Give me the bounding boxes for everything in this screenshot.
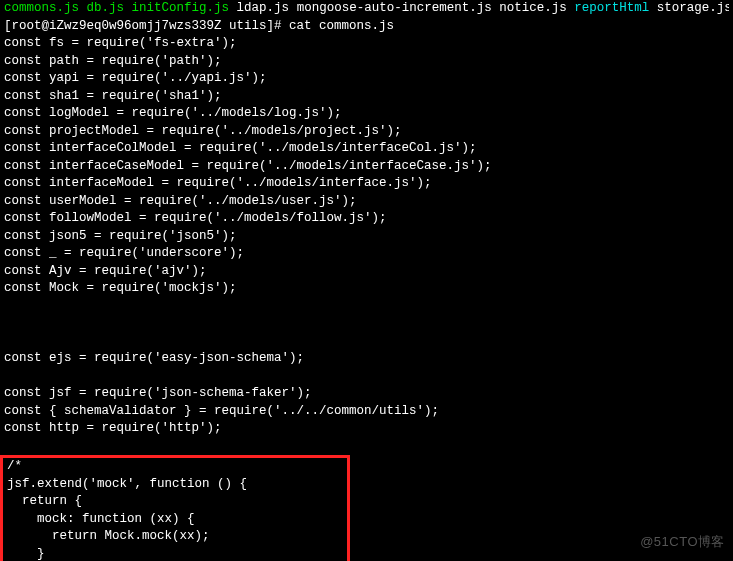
blank-line [4,368,729,386]
code-line: const ejs = require('easy-json-schema'); [4,350,729,368]
code-line: const Ajv = require('ajv'); [4,263,729,281]
blank-line [4,315,729,333]
code-line: const projectModel = require('../models/… [4,123,729,141]
code-line: const interfaceCaseModel = require('../m… [4,158,729,176]
code-line: const userModel = require('../models/use… [4,193,729,211]
highlighted-code-region: /* jsf.extend('mock', function () { retu… [0,455,350,561]
shell-prompt: [root@iZwz9eq0w96omjj7wzs339Z utils]# ca… [4,18,729,36]
file-item: mongoose-auto-increment.js [297,1,492,15]
file-item: ldap.js [237,1,290,15]
code-line: const jsf = require('json-schema-faker')… [4,385,729,403]
code-line: const path = require('path'); [4,53,729,71]
file-item: reportHtml [574,1,649,15]
watermark: @51CTO博客 [640,533,725,551]
code-line: const logModel = require('../models/log.… [4,105,729,123]
code-block[interactable]: const fs = require('fs-extra'); const pa… [4,35,729,561]
blank-line [4,298,729,316]
file-item: db.js [87,1,125,15]
code-line: const json5 = require('json5'); [4,228,729,246]
code-line: const sha1 = require('sha1'); [4,88,729,106]
code-line: return Mock.mock(xx); [7,528,343,546]
code-line: const _ = require('underscore'); [4,245,729,263]
blank-line [4,438,729,456]
file-item: commons.js [4,1,79,15]
code-line: /* [7,458,343,476]
code-line: const interfaceColModel = require('../mo… [4,140,729,158]
file-list-row: commons.js db.js initConfig.js ldap.js m… [4,0,729,18]
file-item: storage.js [657,1,729,15]
code-line: const { schemaValidator } = require('../… [4,403,729,421]
code-line: const fs = require('fs-extra'); [4,35,729,53]
code-line: const yapi = require('../yapi.js'); [4,70,729,88]
code-line: jsf.extend('mock', function () { [7,476,343,494]
blank-line [4,333,729,351]
code-line: const http = require('http'); [4,420,729,438]
code-line: mock: function (xx) { [7,511,343,529]
code-line: } [7,546,343,562]
file-item: notice.js [499,1,567,15]
file-item: initConfig.js [132,1,230,15]
code-line: const Mock = require('mockjs'); [4,280,729,298]
code-line: return { [7,493,343,511]
code-line: const interfaceModel = require('../model… [4,175,729,193]
code-line: const followModel = require('../models/f… [4,210,729,228]
